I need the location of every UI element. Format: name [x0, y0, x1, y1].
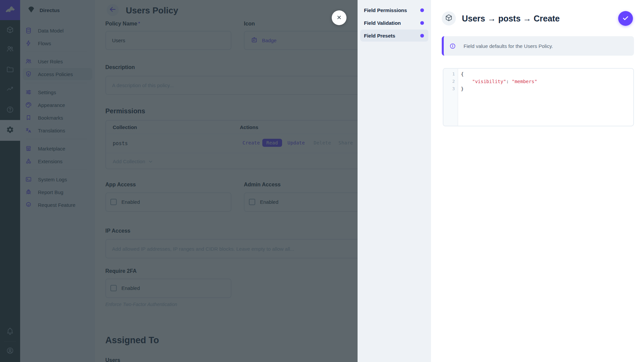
close-drawer-button[interactable]: [332, 10, 346, 25]
code-line: }: [461, 85, 632, 93]
tab-label: Field Validation: [364, 20, 401, 26]
tab-field-validation[interactable]: Field Validation: [358, 17, 431, 29]
drawer-scrim[interactable]: [0, 0, 358, 362]
line-number: 1: [445, 70, 455, 78]
status-dot-icon: [420, 8, 424, 12]
status-dot-icon: [420, 21, 424, 25]
editor-gutter: 1 2 3: [443, 69, 458, 126]
presets-code-editor[interactable]: 1 2 3 { "visibility": "members" }: [443, 68, 634, 126]
info-icon: [449, 43, 456, 49]
close-icon: [336, 14, 342, 22]
tab-label: Field Presets: [364, 33, 395, 39]
tab-field-presets[interactable]: Field Presets: [360, 29, 428, 42]
save-button[interactable]: [618, 11, 633, 26]
permissions-drawer: Field Permissions Field Validation Field…: [358, 0, 644, 362]
drawer-title: Users → posts → Create: [462, 14, 560, 23]
line-number: 2: [445, 78, 455, 85]
check-icon: [622, 14, 629, 23]
drawer-content: Users → posts → Create Field value defau…: [431, 0, 644, 362]
app: Users Policy Policy Name* Icon Badge Des…: [0, 0, 644, 362]
cube-icon: [445, 14, 453, 23]
notice-text: Field value defaults for the Users Polic…: [464, 43, 553, 49]
drawer-header-icon-wrap: [442, 11, 456, 25]
code-line: "visibility": "members": [461, 78, 632, 85]
status-dot-icon: [420, 34, 424, 38]
code-line: {: [461, 70, 632, 78]
tab-field-permissions[interactable]: Field Permissions: [358, 4, 431, 16]
line-number: 3: [445, 85, 455, 93]
info-notice: Field value defaults for the Users Polic…: [442, 36, 634, 56]
drawer-menu: Field Permissions Field Validation Field…: [358, 0, 431, 362]
tab-label: Field Permissions: [364, 7, 407, 13]
